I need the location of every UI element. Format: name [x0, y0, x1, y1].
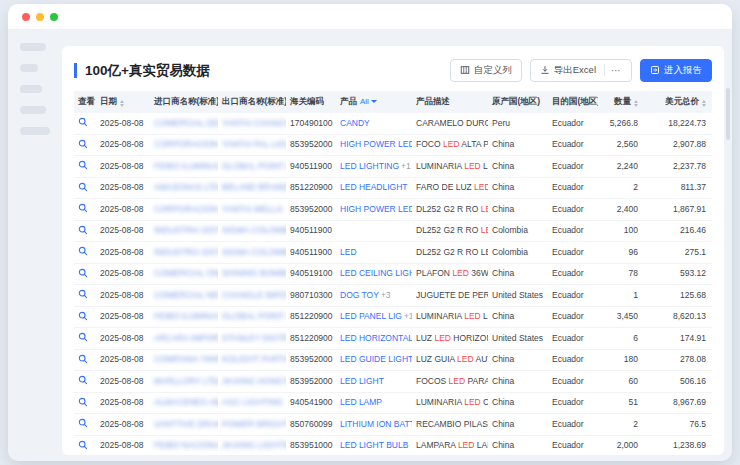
- exporter-cell[interactable]: YANTAI CHANGYOU: [218, 113, 286, 134]
- maximize-window-icon[interactable]: [50, 13, 58, 21]
- export-more-button[interactable]: ⋯: [611, 65, 622, 76]
- dest-cell: Ecuador: [548, 263, 598, 285]
- view-cell[interactable]: [74, 134, 96, 156]
- importer-cell[interactable]: FEIBO NACIONAL: [150, 435, 218, 455]
- quantity-cell: 5,266.8: [598, 113, 644, 134]
- column-header-product[interactable]: 产品All: [336, 91, 412, 113]
- view-cell[interactable]: [74, 263, 96, 285]
- view-cell[interactable]: [74, 242, 96, 264]
- origin-cell: China: [488, 371, 548, 393]
- product-cell[interactable]: LITHIUM ION BATTE: [336, 414, 412, 436]
- exporter-cell[interactable]: SIGMA COLOMBIA: [218, 220, 286, 242]
- view-cell[interactable]: [74, 177, 96, 199]
- exporter-cell[interactable]: YANTAI PAL LIGHTI: [218, 134, 286, 156]
- view-cell[interactable]: [74, 285, 96, 307]
- view-cell[interactable]: [74, 328, 96, 350]
- total-cell: 2,237.78: [644, 156, 712, 178]
- importer-cell[interactable]: INDUSTRIA SISTEM: [150, 220, 218, 242]
- product-cell[interactable]: LED GUIDE LIGHT T: [336, 349, 412, 371]
- quantity-cell: 2: [598, 414, 644, 436]
- dest-cell: Ecuador: [548, 435, 598, 455]
- sidebar-item[interactable]: [20, 64, 38, 72]
- product-cell[interactable]: LED LIGHT BULB: [336, 435, 412, 455]
- view-cell[interactable]: [74, 199, 96, 221]
- minimize-window-icon[interactable]: [36, 13, 44, 21]
- importer-cell[interactable]: COMERCIAL DEL SOL: [150, 113, 218, 134]
- close-window-icon[interactable]: [22, 13, 30, 21]
- product-cell[interactable]: DOG TOY+3: [336, 285, 412, 307]
- product-cell[interactable]: HIGH POWER LED F: [336, 199, 412, 221]
- product-cell[interactable]: LED HORIZONTAL L: [336, 328, 412, 350]
- importer-cell[interactable]: COMERCIAL OMEGA: [150, 263, 218, 285]
- importer-cell[interactable]: FEIBO ILUMINACION: [150, 156, 218, 178]
- exporter-cell[interactable]: AGC LIGHTING: [218, 392, 286, 414]
- product-cell[interactable]: LED HEADLIGHT: [336, 177, 412, 199]
- description-cell: JUGUETE DE PERR...: [412, 285, 488, 307]
- exporter-cell[interactable]: BELAND BRANDS: [218, 177, 286, 199]
- exporter-cell[interactable]: POWER BRIGHT: [218, 414, 286, 436]
- date-cell: 2025-08-08: [96, 285, 150, 307]
- column-header-date[interactable]: 日期: [96, 91, 150, 113]
- importer-cell[interactable]: MARLLORY LTDA: [150, 371, 218, 393]
- importer-cell[interactable]: CORPORACION EL: [150, 134, 218, 156]
- view-cell[interactable]: [74, 371, 96, 393]
- product-cell[interactable]: LED LIGHT: [336, 371, 412, 393]
- product-cell[interactable]: HIGH POWER LED F: [336, 134, 412, 156]
- product-cell[interactable]: LED LIGHTING+1: [336, 156, 412, 178]
- view-cell[interactable]: [74, 156, 96, 178]
- view-cell[interactable]: [74, 392, 96, 414]
- export-excel-button[interactable]: 导出Excel ⋯: [530, 59, 632, 82]
- exporter-cell[interactable]: GLOBAL POINT LTD: [218, 156, 286, 178]
- product-cell[interactable]: LED LAMP: [336, 392, 412, 414]
- importer-cell[interactable]: ALMACENES ABC: [150, 392, 218, 414]
- importer-cell[interactable]: AMAZONAS LTDA: [150, 177, 218, 199]
- enter-report-button[interactable]: 进入报告: [640, 59, 712, 82]
- scrollbar-thumb[interactable]: [726, 88, 730, 140]
- sidebar-item[interactable]: [20, 127, 50, 135]
- importer-cell[interactable]: CORPORACION EL: [150, 199, 218, 221]
- total-cell: 76.5: [644, 414, 712, 436]
- product-cell[interactable]: CANDY: [336, 113, 412, 134]
- table-row: 2025-08-08COMERCIAL OMEGASHINING BOMBILL…: [74, 263, 712, 285]
- view-cell[interactable]: [74, 435, 96, 455]
- view-cell[interactable]: [74, 113, 96, 134]
- view-cell[interactable]: [74, 349, 96, 371]
- sidebar-item[interactable]: [20, 85, 42, 93]
- column-header-total[interactable]: 美元总价: [644, 91, 712, 113]
- exporter-cell[interactable]: SHINING BOMBILLO: [218, 263, 286, 285]
- product-cell[interactable]: LED: [336, 242, 412, 264]
- customize-columns-button[interactable]: 自定义列: [450, 59, 522, 82]
- exporter-cell[interactable]: JIAXING LIGHTING: [218, 435, 286, 455]
- sort-icon[interactable]: [120, 100, 124, 107]
- date-cell: 2025-08-08: [96, 242, 150, 264]
- importer-cell[interactable]: FEIBO ILUMINACION: [150, 306, 218, 328]
- product-cell[interactable]: [336, 220, 412, 242]
- exporter-cell[interactable]: GLOBAL POINT LTD: [218, 306, 286, 328]
- total-cell: 8,967.69: [644, 392, 712, 414]
- date-cell: 2025-08-08: [96, 263, 150, 285]
- column-header-qty[interactable]: 数量: [598, 91, 644, 113]
- exporter-cell[interactable]: JIAXING HONGTAI: [218, 371, 286, 393]
- sort-icon[interactable]: [634, 100, 638, 107]
- exporter-cell[interactable]: CHANGLE IMPORT: [218, 285, 286, 307]
- view-cell[interactable]: [74, 220, 96, 242]
- exporter-cell[interactable]: KOLIGHT PARTS: [218, 349, 286, 371]
- importer-cell[interactable]: COMERCIAL NESTOR: [150, 285, 218, 307]
- product-cell[interactable]: LED CEILING LIGHT: [336, 263, 412, 285]
- importer-cell[interactable]: ARCARA IMPORT: [150, 328, 218, 350]
- importer-cell[interactable]: COMPANIA YWING: [150, 349, 218, 371]
- exporter-cell[interactable]: STANLEY DISTRIB: [218, 328, 286, 350]
- magnifier-icon: [78, 332, 88, 342]
- table-row: 2025-08-08CORPORACION ELYANTAI PAL LIGHT…: [74, 134, 712, 156]
- sidebar-item[interactable]: [20, 43, 46, 51]
- view-cell[interactable]: [74, 414, 96, 436]
- view-cell[interactable]: [74, 306, 96, 328]
- product-cell[interactable]: LED PANEL LIG+1: [336, 306, 412, 328]
- exporter-cell[interactable]: SIGMA COLOMBIA: [218, 242, 286, 264]
- sort-icon[interactable]: [702, 100, 706, 107]
- sidebar-item[interactable]: [20, 106, 46, 114]
- product-filter-dropdown[interactable]: All: [360, 97, 377, 106]
- importer-cell[interactable]: VANTTIVE DRAKE: [150, 414, 218, 436]
- exporter-cell[interactable]: YANTAI WELLS: [218, 199, 286, 221]
- importer-cell[interactable]: INDUSTRIA SISTEM: [150, 242, 218, 264]
